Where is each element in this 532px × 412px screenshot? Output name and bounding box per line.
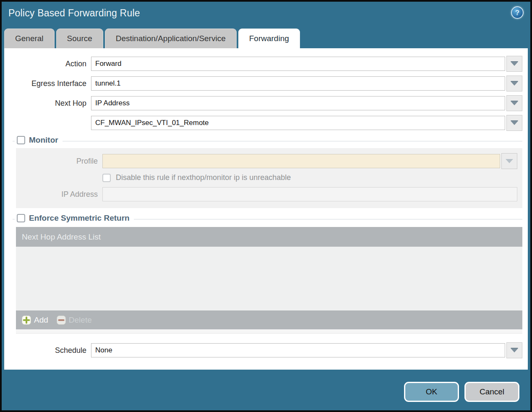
profile-combobox	[102, 154, 517, 168]
profile-input	[102, 154, 500, 168]
schedule-dropdown-button[interactable]	[506, 342, 522, 358]
tab-destination-application-service[interactable]: Destination/Application/Service	[105, 29, 237, 48]
monitor-ip-address-label: IP Address	[16, 190, 102, 199]
chevron-down-icon	[511, 348, 518, 352]
disable-rule-checkbox	[102, 174, 111, 182]
add-button-label: Add	[34, 316, 48, 325]
chevron-down-icon	[511, 81, 518, 86]
disable-rule-row: Disable this rule if nexthop/monitor ip …	[102, 173, 517, 182]
dialog-footer: OK Cancel	[404, 382, 519, 402]
delete-button: Delete	[57, 316, 92, 325]
monitor-ip-address-field	[102, 187, 517, 201]
chevron-down-icon	[506, 159, 513, 163]
action-row: Action	[4, 57, 522, 71]
schedule-combobox	[91, 343, 522, 357]
tab-general[interactable]: General	[4, 29, 55, 48]
monitor-ip-address-row: IP Address	[16, 187, 517, 201]
monitor-section: Monitor Profile Disable this rule if nex…	[13, 141, 522, 208]
tab-forwarding[interactable]: Forwarding	[238, 29, 300, 48]
action-combobox	[91, 57, 522, 71]
profile-label: Profile	[16, 157, 102, 166]
egress-interface-combobox	[91, 76, 522, 91]
chevron-down-icon	[511, 101, 518, 105]
plus-icon	[22, 316, 31, 325]
chevron-down-icon	[511, 121, 518, 125]
minus-icon	[57, 316, 66, 325]
monitor-panel: Profile Disable this rule if nexthop/mon…	[16, 148, 522, 208]
schedule-input[interactable]	[91, 343, 505, 357]
policy-based-forwarding-dialog: Policy Based Forwarding Rule ? General S…	[0, 0, 532, 412]
disable-rule-label: Disable this rule if nexthop/monitor ip …	[116, 173, 291, 182]
next-hop-type-input[interactable]	[91, 96, 505, 110]
enforce-symmetric-return-checkbox[interactable]	[17, 214, 25, 222]
next-hop-address-combobox	[91, 116, 522, 130]
next-hop-address-list-header: Next Hop Address List	[16, 227, 522, 247]
next-hop-combobox	[91, 96, 522, 110]
action-input[interactable]	[91, 57, 505, 71]
monitor-section-title: Monitor	[29, 136, 58, 145]
profile-row: Profile	[16, 154, 517, 168]
egress-interface-dropdown-button[interactable]	[506, 76, 522, 91]
next-hop-label: Next Hop	[4, 99, 91, 108]
help-icon[interactable]: ?	[511, 6, 524, 19]
enforce-symmetric-return-legend: Enforce Symmetric Return	[15, 214, 134, 223]
schedule-label: Schedule	[4, 346, 91, 355]
enforce-symmetric-return-title: Enforce Symmetric Return	[29, 214, 130, 223]
next-hop-row: Next Hop	[4, 96, 522, 110]
tab-bar: General Source Destination/Application/S…	[4, 29, 300, 48]
enforce-symmetric-return-section: Enforce Symmetric Return Next Hop Addres…	[13, 219, 522, 334]
next-hop-address-list-toolbar: Add Delete	[16, 310, 522, 329]
cancel-button[interactable]: Cancel	[464, 382, 519, 402]
forwarding-tab-panel: Action Egress Interface Next Hop	[4, 48, 528, 370]
next-hop-address-list-body[interactable]	[16, 247, 522, 310]
delete-button-label: Delete	[69, 316, 92, 325]
egress-interface-label: Egress Interface	[4, 79, 91, 88]
schedule-row: Schedule	[4, 343, 522, 357]
next-hop-address-list-table: Next Hop Address List Add	[16, 227, 522, 334]
next-hop-address-input[interactable]	[91, 116, 505, 130]
monitor-legend: Monitor	[15, 136, 63, 145]
dialog-titlebar: Policy Based Forwarding Rule ?	[2, 2, 530, 28]
add-button[interactable]: Add	[22, 316, 48, 325]
egress-interface-row: Egress Interface	[4, 76, 522, 91]
ok-button[interactable]: OK	[404, 382, 459, 402]
next-hop-address-dropdown-button[interactable]	[506, 115, 522, 131]
action-label: Action	[4, 60, 91, 68]
next-hop-address-row	[4, 116, 522, 130]
table-bottom-strip	[16, 329, 522, 333]
egress-interface-input[interactable]	[91, 76, 505, 91]
question-mark-glyph: ?	[515, 9, 519, 16]
chevron-down-icon	[511, 62, 518, 66]
monitor-ip-address-input	[102, 187, 517, 201]
next-hop-dropdown-button[interactable]	[506, 95, 522, 111]
monitor-checkbox[interactable]	[17, 136, 25, 144]
tab-source[interactable]: Source	[56, 29, 103, 48]
profile-dropdown-button	[501, 153, 517, 169]
action-dropdown-button[interactable]	[506, 56, 522, 72]
dialog-title: Policy Based Forwarding Rule	[8, 8, 140, 19]
